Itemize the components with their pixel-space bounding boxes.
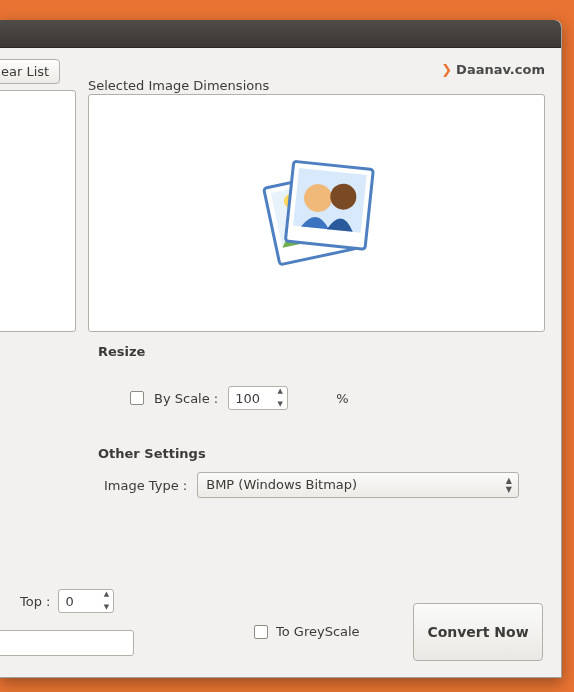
image-type-label: Image Type : [104,478,187,493]
scale-spinner-buttons[interactable]: ▲▼ [274,388,286,408]
text-input[interactable] [0,630,134,656]
arrow-icon: ❯ [441,62,452,77]
branding-link[interactable]: ❯Daanav.com [441,62,545,77]
app-window: ear List ❯Daanav.com Selected Image Dime… [0,20,562,678]
scale-stepper[interactable]: ▲▼ [228,386,288,410]
top-stepper[interactable]: ▲▼ [58,589,114,613]
other-settings-label: Other Settings [98,446,206,461]
clear-list-label: ear List [1,64,49,79]
titlebar [0,20,561,48]
by-scale-label: By Scale : [154,391,218,406]
image-preview [88,94,545,332]
clear-list-button[interactable]: ear List [0,59,60,84]
dimensions-label: Selected Image Dimensions [88,78,269,93]
photos-icon [247,148,387,278]
greyscale-checkbox[interactable] [254,625,268,639]
content-area: ear List ❯Daanav.com Selected Image Dime… [0,48,561,677]
resize-section-label: Resize [98,344,145,359]
greyscale-label: To GreyScale [276,624,360,639]
by-scale-checkbox[interactable] [130,391,144,405]
branding-label: Daanav.com [456,62,545,77]
image-type-combo[interactable]: BMP (Windows Bitmap) ▲▼ [197,472,519,498]
chevron-updown-icon: ▲▼ [506,476,512,494]
image-list[interactable] [0,90,76,332]
convert-now-label: Convert Now [427,624,528,640]
percent-label: % [336,391,348,406]
top-label: Top : [20,594,50,609]
image-type-selected: BMP (Windows Bitmap) [206,477,357,492]
top-spinner-buttons[interactable]: ▲▼ [100,591,112,611]
convert-now-button[interactable]: Convert Now [413,603,543,661]
